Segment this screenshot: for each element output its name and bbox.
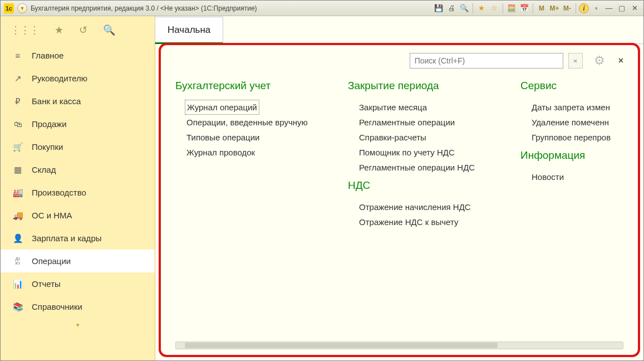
separator	[533, 3, 533, 13]
sidebar-item-11[interactable]: 📚Справочники	[1, 295, 155, 318]
menu-link[interactable]: Регламентные операции НДС	[348, 160, 504, 175]
sidebar-item-1[interactable]: ↗Руководителю	[1, 67, 155, 90]
sidebar-icon: 🏭	[12, 188, 24, 198]
menu-link[interactable]: Закрытие месяца	[348, 100, 504, 115]
menu-link[interactable]: Справки-расчеты	[348, 130, 504, 145]
memory-plus-button[interactable]: M+	[549, 3, 560, 14]
memory-minus-button[interactable]: M-	[562, 3, 573, 14]
sidebar-item-label: Продажи	[32, 119, 67, 129]
operations-popup: × ⚙ × Бухгалтерский учетЖурнал операцийО…	[159, 43, 640, 357]
horizontal-scrollbar[interactable]	[175, 342, 623, 349]
sidebar-icon: 🛍	[12, 119, 24, 129]
section-heading: Закрытие периода	[348, 80, 504, 92]
star-add-icon[interactable]: ★	[476, 3, 487, 14]
sidebar-item-10[interactable]: 📊Отчеты	[1, 272, 155, 295]
menu-link[interactable]: Типовые операции	[175, 130, 331, 145]
sidebar-item-0[interactable]: ≡Главное	[1, 44, 155, 67]
calculator-icon[interactable]: 🧮	[506, 3, 517, 14]
menu-link[interactable]: Отражение НДС к вычету	[348, 214, 504, 230]
app-badge-icon: 1c	[4, 3, 14, 13]
sidebar-item-6[interactable]: 🏭Производство	[1, 181, 155, 204]
separator	[473, 3, 473, 13]
sidebar-item-5[interactable]: ▦Склад	[1, 158, 155, 181]
sidebar-item-2[interactable]: ₽Банк и касса	[1, 90, 155, 113]
minimize-button[interactable]: —	[603, 3, 614, 14]
save-icon[interactable]: 💾	[433, 3, 444, 14]
star-list-icon[interactable]: ☆	[489, 3, 500, 14]
sidebar-item-label: Покупки	[32, 142, 63, 152]
menu-link[interactable]: Групповое перепров	[520, 130, 623, 145]
tab-home[interactable]: Начальна	[155, 17, 223, 44]
menu-link[interactable]: Новости	[520, 169, 623, 184]
sidebar-icon: 🚚	[12, 211, 24, 221]
history-icon[interactable]: ↺	[79, 24, 87, 36]
menu-link[interactable]: Отражение начисления НДС	[348, 199, 504, 214]
sidebar-item-label: Отчеты	[32, 279, 61, 289]
sidebar-item-label: Главное	[32, 51, 63, 60]
sidebar-item-label: Справочники	[32, 302, 82, 311]
search-input[interactable]	[410, 53, 563, 69]
menu-link[interactable]: Журнал операций	[185, 100, 259, 115]
separator	[503, 3, 503, 13]
close-button[interactable]: ✕	[629, 3, 640, 14]
sidebar-item-8[interactable]: 👤Зарплата и кадры	[1, 227, 155, 250]
tab-row: Начальна	[155, 16, 643, 44]
section-heading: Сервис	[520, 80, 623, 92]
apps-icon[interactable]: ⋮⋮⋮	[11, 24, 39, 36]
dropdown-icon[interactable]: ▼	[17, 3, 27, 13]
sidebar-icon: 🛒	[12, 142, 24, 152]
sidebar-item-label: Руководителю	[32, 74, 87, 83]
section-heading: НДС	[348, 179, 504, 192]
menu-link[interactable]: Помощник по учету НДС	[348, 145, 504, 160]
section-heading: Информация	[520, 149, 623, 162]
titlebar: 1c ▼ Бухгалтерия предприятия, редакция 3…	[1, 1, 643, 16]
search-clear-button[interactable]: ×	[568, 53, 583, 69]
sidebar: ⋮⋮⋮ ★ ↺ 🔍 ≡Главное↗Руководителю₽Банк и к…	[1, 16, 155, 360]
menu-link[interactable]: Операции, введенные вручную	[175, 115, 331, 130]
menu-link[interactable]: Удаление помеченн	[520, 115, 623, 130]
maximize-button[interactable]: ▢	[616, 3, 627, 14]
menu-link[interactable]: Даты запрета измен	[520, 100, 623, 115]
popup-column-0: Бухгалтерский учетЖурнал операцийОпераци…	[175, 75, 331, 338]
sidebar-item-label: Зарплата и кадры	[32, 233, 102, 243]
sidebar-item-label: Склад	[32, 165, 56, 174]
print-icon[interactable]: 🖨	[446, 3, 457, 14]
sidebar-toolbar: ⋮⋮⋮ ★ ↺ 🔍	[1, 16, 155, 44]
sidebar-icon: ДтКт	[12, 257, 24, 266]
chevron-down-icon[interactable]: ▾	[591, 3, 602, 14]
sidebar-expand-icon[interactable]: ▾	[1, 318, 155, 332]
sidebar-icon: 👤	[12, 233, 24, 243]
search-icon[interactable]: 🔍	[103, 24, 115, 36]
window-title: Бухгалтерия предприятия, редакция 3.0 / …	[31, 4, 430, 12]
popup-close-button[interactable]: ×	[618, 56, 623, 66]
sidebar-icon: ↗	[12, 74, 24, 84]
gear-icon[interactable]: ⚙	[594, 53, 605, 68]
sidebar-icon: ₽	[12, 96, 24, 106]
sidebar-item-9[interactable]: ДтКтОперации	[1, 250, 155, 272]
sidebar-item-7[interactable]: 🚚ОС и НМА	[1, 204, 155, 227]
sidebar-item-label: Производство	[32, 188, 86, 197]
calendar-icon[interactable]: 📅	[519, 3, 530, 14]
sidebar-icon: ≡	[12, 51, 24, 60]
preview-icon[interactable]: 🔍	[459, 3, 470, 14]
popup-toolbar: × ⚙ ×	[175, 53, 623, 69]
section-heading: Бухгалтерский учет	[175, 80, 331, 92]
memory-button[interactable]: M	[536, 3, 547, 14]
popup-column-2: СервисДаты запрета изменУдаление помечен…	[520, 75, 623, 338]
menu-link[interactable]: Журнал проводок	[175, 145, 331, 160]
sidebar-item-label: ОС и НМА	[32, 211, 72, 220]
sidebar-item-4[interactable]: 🛒Покупки	[1, 135, 155, 158]
sidebar-item-3[interactable]: 🛍Продажи	[1, 113, 155, 135]
popup-column-1: Закрытие периодаЗакрытие месяцаРегламент…	[348, 75, 504, 338]
favorites-icon[interactable]: ★	[55, 24, 63, 36]
scrollbar-thumb[interactable]	[185, 343, 498, 348]
sidebar-icon: 📊	[12, 279, 24, 289]
sidebar-icon: ▦	[12, 165, 24, 175]
sidebar-item-label: Операции	[32, 256, 71, 266]
sidebar-item-label: Банк и касса	[32, 96, 81, 106]
separator	[576, 3, 576, 13]
sidebar-icon: 📚	[12, 302, 24, 312]
menu-link[interactable]: Регламентные операции	[348, 115, 504, 130]
info-icon[interactable]: i	[579, 3, 589, 13]
